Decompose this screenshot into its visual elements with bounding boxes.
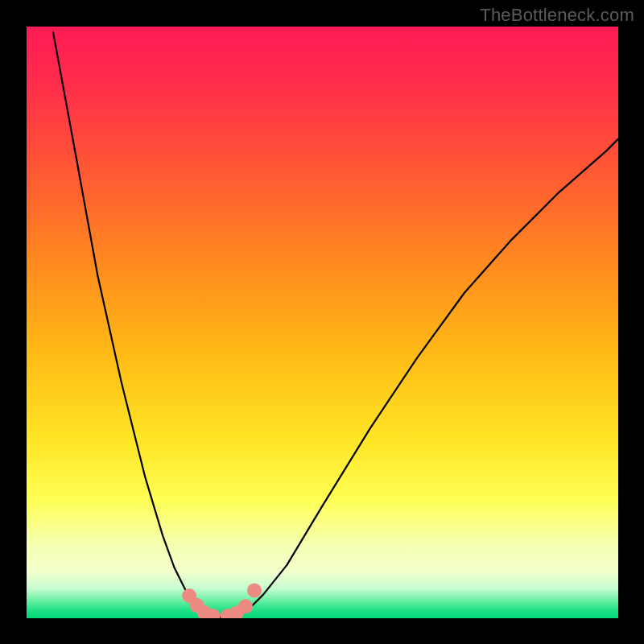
plot-area: [27, 27, 618, 618]
highlight-markers: [182, 583, 262, 618]
curve-layer: [27, 27, 618, 618]
bottleneck-curve: [53, 32, 618, 617]
marker-point: [238, 599, 253, 613]
chart-stage: TheBottleneck.com: [0, 0, 644, 644]
marker-point: [247, 583, 262, 597]
watermark-text: TheBottleneck.com: [480, 5, 634, 26]
